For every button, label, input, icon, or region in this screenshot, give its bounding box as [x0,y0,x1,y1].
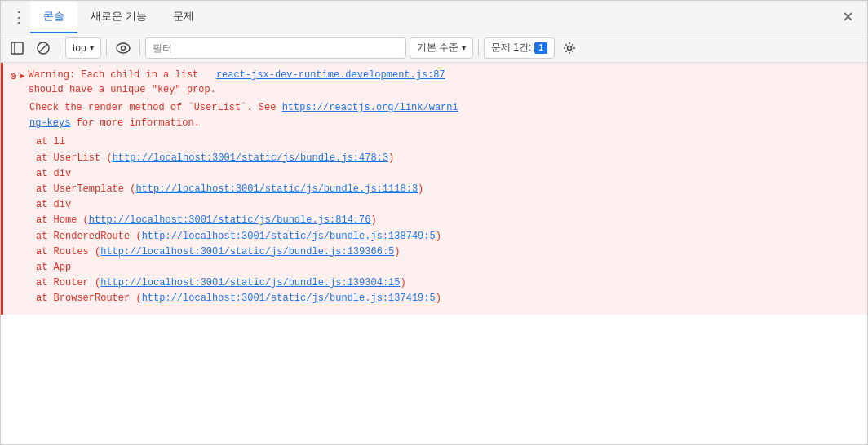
sidebar-icon [11,42,24,55]
divider3 [140,40,140,56]
error-icon: ⊗ [10,68,16,86]
bundle-link-3[interactable]: http://localhost:3001/static/js/bundle.j… [89,214,371,226]
console-content: ⊗ ▶ Warning: Each child in a list react-… [1,63,867,444]
bundle-link-2[interactable]: http://localhost:3001/static/js/bundle.j… [135,183,418,195]
toolbar: top ▾ 기본 수준 ▾ 문제 1건: 1 [1,33,867,63]
stack-line: at Home (http://localhost:3001/static/js… [36,213,861,228]
settings-button[interactable] [558,37,581,59]
bundle-link-1[interactable]: http://localhost:3001/static/js/bundle.j… [113,152,388,164]
warning-keys-link[interactable]: https://reactjs.org/link/warning-keys [29,102,458,129]
tab-bar: ⋮ 콘솔 새로운 기능 문제 ✕ [1,1,867,33]
tab-new-features-label: 새로운 기능 [91,9,147,24]
tab-new-features[interactable]: 새로운 기능 [78,1,160,33]
clear-icon [37,42,50,55]
stack-line: at div [36,166,861,182]
issue-count-num: 1 [539,43,544,52]
divider2 [106,40,107,56]
log-level-selector[interactable]: 기본 수준 ▾ [410,37,473,59]
stack-line: at UserList (http://localhost:3001/stati… [36,151,861,166]
bundle-link-7[interactable]: http://localhost:3001/static/js/bundle.j… [142,293,436,304]
sidebar-toggle-button[interactable] [6,37,29,59]
divider4 [478,40,479,56]
svg-point-5 [121,46,125,50]
svg-point-4 [117,43,130,53]
chevron-down-icon: ▾ [90,43,94,52]
stack-line: at Router (http://localhost:3001/static/… [36,275,861,291]
stack-line: at Routes (http://localhost:3001/static/… [36,245,861,260]
stack-line: at UserTemplate (http://localhost:3001/s… [36,182,861,197]
eye-button[interactable] [112,37,135,59]
context-label: top [73,42,86,54]
error-header: ⊗ ▶ Warning: Each child in a list react-… [10,68,861,97]
issue-count-badge: 1 [534,42,547,54]
error-body-text: Check the render method of `UserList`. S… [29,102,458,129]
stack-trace: at li at UserList (http://localhost:3001… [10,134,861,310]
stack-line: at li [36,134,861,150]
context-selector[interactable]: top ▾ [65,37,101,59]
bundle-link-6[interactable]: http://localhost:3001/static/js/bundle.j… [100,277,400,289]
svg-rect-0 [11,42,23,54]
error-body: Check the render method of `UserList`. S… [10,97,861,134]
svg-point-6 [568,46,572,50]
stack-line: at BrowserRouter (http://localhost:3001/… [36,291,861,306]
log-level-chevron-icon: ▾ [462,43,466,52]
stack-line: at App [36,260,861,275]
clear-console-button[interactable] [32,37,55,59]
error-toggle-icon[interactable]: ▶ [20,70,24,82]
issue-badge[interactable]: 문제 1건: 1 [484,37,555,59]
divider [60,40,60,56]
drag-handle-icon[interactable]: ⋮ [7,1,30,33]
issue-count-label: 문제 1건: [491,41,531,55]
stack-line: at RenderedRoute (http://localhost:3001/… [36,229,861,245]
filter-input[interactable] [145,37,406,59]
tab-issues-label: 문제 [173,9,194,24]
tab-issues[interactable]: 문제 [160,1,207,33]
settings-icon [563,42,576,55]
stack-line: at div [36,197,861,213]
error-entry: ⊗ ▶ Warning: Each child in a list react-… [1,63,867,315]
svg-line-3 [39,44,47,52]
devtools-panel: ⋮ 콘솔 새로운 기능 문제 ✕ top ▾ [0,0,868,445]
bundle-link-4[interactable]: http://localhost:3001/static/js/bundle.j… [142,231,436,242]
error-source-link[interactable]: react-jsx-dev-runtime.development.js:87 [216,69,445,81]
tab-console[interactable]: 콘솔 [30,1,78,33]
error-message: Warning: Each child in a list react-jsx-… [28,68,861,97]
bundle-link-5[interactable]: http://localhost:3001/static/js/bundle.j… [100,246,394,258]
log-level-label: 기본 수준 [417,41,458,55]
eye-icon [116,42,131,54]
close-button[interactable]: ✕ [835,4,861,30]
tab-console-label: 콘솔 [43,9,64,24]
